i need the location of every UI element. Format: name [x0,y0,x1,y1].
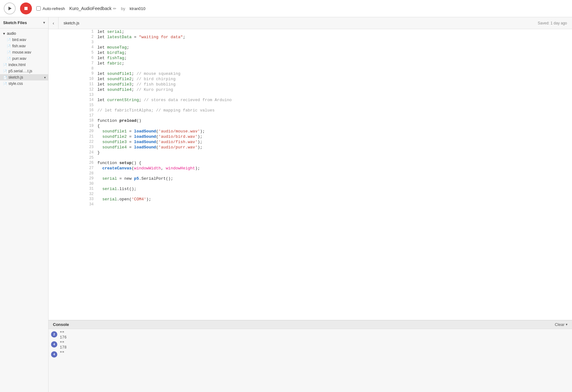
svg-marker-0 [8,7,12,10]
auto-refresh-checkbox[interactable] [36,6,41,11]
project-name: Kuro_AudioFeedback ✏ [70,6,117,11]
code-line: 2 let latestData = "waiting for data"; [49,34,572,40]
file-icon: 📄 [3,63,7,67]
chevron-down-icon: ▾ [566,322,568,327]
code-line: 1 let serial; [49,29,572,34]
code-line: 14 let currentString; // stores data rec… [49,97,572,103]
code-line: 24 } [49,150,572,155]
file-label: index.html [8,63,26,67]
code-lines: 1 let serial; 2 let latestData = "waitin… [49,29,572,207]
code-line: 26 function setup() { [49,160,572,166]
file-icon: 📄 [7,44,11,48]
console-badge: 4 [51,341,57,348]
file-icon: 📄 [3,82,7,85]
main-area: Sketch Files ▾ ▼ audio 📄 bird.wav 📄 fish… [0,17,572,392]
editor-tab-bar: ‹ sketch.js Saved: 1 day ago [49,17,572,29]
console-line: "" 176 [60,331,67,340]
sidebar: Sketch Files ▾ ▼ audio 📄 bird.wav 📄 fish… [0,17,49,392]
username-label: ktran010 [130,6,146,11]
tab-back-button[interactable]: ‹ [49,17,59,29]
console-clear-button[interactable]: Clear ▾ [555,322,568,327]
code-line: 6 let fishTag; [49,55,572,61]
code-line: 27 createCanvas(windowWidth, windowHeigh… [49,166,572,171]
code-line: 13 [49,92,572,97]
console-header: Console Clear ▾ [49,320,572,329]
code-line: 3 [49,40,572,45]
sidebar-folder-audio[interactable]: ▼ audio [0,30,48,37]
file-icon: 📄 [7,51,11,54]
sidebar-item-fish-wav[interactable]: 📄 fish.wav [0,43,48,49]
file-label: style.css [8,81,23,86]
file-label: purr.wav [12,56,26,61]
code-line: 25 [49,155,572,160]
code-line: 31 serial.list(); [49,186,572,192]
tab-filename: sketch.js [59,21,85,25]
code-line: 29 serial = new p5.SerialPort(); [49,176,572,181]
saved-status: Saved: 1 day ago [538,21,572,25]
code-line: 9 let soundfile1; // mouse squeaking [49,71,572,76]
file-label: p5.serial….t.js [8,69,32,73]
console-line: "" [60,351,64,355]
folder-label: audio [7,31,16,36]
editor-area: ‹ sketch.js Saved: 1 day ago 1 let seria… [49,17,572,392]
by-label: by [121,6,125,11]
console-area: Console Clear ▾ 2 "" 176 4 "" [49,320,572,392]
sidebar-tree: ▼ audio 📄 bird.wav 📄 fish.wav 📄 mouse.wa… [0,28,48,392]
sidebar-item-sketch-js[interactable]: 📄 sketch.js ▾ [0,74,48,80]
code-line: 12 let soundfile4; // Kuro purring [49,87,572,92]
tab-left: ‹ sketch.js [49,17,85,29]
code-line: 19 { [49,123,572,129]
file-label: mouse.wav [12,50,31,54]
sidebar-item-index-html[interactable]: 📄 index.html [0,62,48,68]
stop-button[interactable] [20,3,32,14]
console-title: Console [53,322,69,327]
sidebar-item-bird-wav[interactable]: 📄 bird.wav [0,37,48,43]
code-line: 15 [49,103,572,108]
sidebar-item-mouse-wav[interactable]: 📄 mouse.wav [0,49,48,55]
sidebar-item-p5-serial[interactable]: 📄 p5.serial….t.js [0,68,48,74]
sidebar-chevron-icon[interactable]: ▾ [43,21,45,25]
code-line: 17 [49,113,572,118]
code-line: 10 let soundfile2; // bird chirping [49,76,572,82]
console-badge: 4 [51,351,57,358]
code-line: 18 function preload() [49,118,572,123]
code-line: 7 let fabric; [49,61,572,66]
sidebar-header: Sketch Files ▾ [0,17,48,28]
expand-arrow-icon: ▾ [44,76,46,79]
file-icon: 📄 [3,76,7,79]
sketch-files-label: Sketch Files [3,20,27,25]
code-editor[interactable]: 1 let serial; 2 let latestData = "waitin… [49,29,572,320]
code-line: 4 let mouseTag; [49,45,572,50]
play-button[interactable] [4,3,16,14]
file-label: sketch.js [8,75,23,80]
code-line: 30 [49,181,572,186]
sidebar-item-purr-wav[interactable]: 📄 purr.wav [0,55,48,62]
console-entry: 4 "" [49,350,572,358]
code-line: 20 soundfile1 = loadSound('audio/mouse.w… [49,129,572,134]
file-label: fish.wav [12,44,26,48]
code-line: 23 soundfile4 = loadSound('audio/purr.wa… [49,145,572,150]
console-badge: 2 [51,331,57,338]
code-line: 8 [49,66,572,71]
auto-refresh-label[interactable]: Auto-refresh [36,6,65,11]
sidebar-item-style-css[interactable]: 📄 style.css [0,80,48,87]
folder-arrow-icon: ▼ [3,32,6,35]
file-icon: 📄 [7,57,11,60]
code-line: 33 serial.open('COM4'); [49,197,572,202]
code-line: 5 let birdTag; [49,50,572,55]
edit-icon[interactable]: ✏ [113,6,116,11]
clear-label: Clear [555,322,564,327]
code-line: 11 let soundfile3; // fish bubbling [49,82,572,87]
code-line: 21 soundfile2 = loadSound('audio/bird.wa… [49,134,572,139]
console-entry: 4 "" 178 [49,340,572,350]
code-line: 22 soundfile3 = loadSound('audio/fish.wa… [49,139,572,145]
toolbar: Auto-refresh Kuro_AudioFeedback ✏ by ktr… [0,0,572,17]
file-label: bird.wav [12,38,26,42]
code-line: 34 [49,202,572,207]
code-line: 16 // let fabricTintAlpha; // mapping fa… [49,108,572,113]
console-entry: 2 "" 176 [49,330,572,340]
file-icon: 📄 [7,38,11,42]
console-body: 2 "" 176 4 "" 178 4 "" [49,329,572,392]
file-icon: 📄 [3,70,7,73]
code-line: 28 [49,171,572,176]
